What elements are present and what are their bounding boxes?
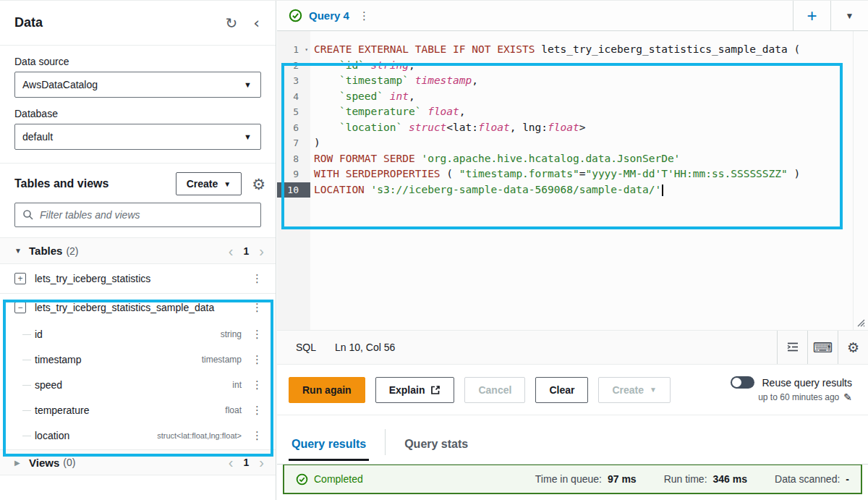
code-line[interactable]: `location` struct<lat:float, lng:float> [310, 120, 854, 136]
editor-scrollbar-track[interactable] [853, 31, 854, 330]
tab-query-results[interactable]: Query results [289, 438, 369, 461]
code-fold-icon[interactable]: ▾ [305, 42, 308, 58]
filter-input-box[interactable] [14, 203, 261, 227]
collapse-minus-icon[interactable]: − [14, 302, 26, 313]
code-line[interactable]: `temperature` float, [310, 104, 854, 120]
gutter-line-number[interactable]: 6 [277, 120, 310, 136]
source-selectors: Data source AwsDataCatalog ▼ Database de… [0, 46, 276, 163]
table-column-row[interactable]: speedint⋮ [0, 372, 276, 397]
code-line[interactable]: LOCATION 's3://iceberg-sample-data-56906… [310, 182, 854, 198]
code-line[interactable]: WITH SERDEPROPERTIES ( "timestamp.format… [310, 166, 854, 182]
create-query-button[interactable]: Create ▼ [598, 377, 671, 403]
page-prev-icon[interactable]: ‹ [229, 244, 234, 258]
column-type: string [221, 329, 242, 339]
code-line[interactable]: `id` string, [310, 58, 854, 74]
chevron-down-icon: ▼ [244, 80, 252, 89]
page-next-icon[interactable]: › [259, 244, 264, 258]
editor-settings-button[interactable]: ⚙ [838, 331, 868, 364]
gutter-line-number[interactable]: 10 [277, 182, 310, 198]
time-in-queue-value: 97 ms [608, 473, 637, 485]
sql-editor[interactable]: 1▾2345678910 CREATE EXTERNAL TABLE IF NO… [277, 31, 868, 330]
tables-count: (2) [66, 245, 78, 257]
kebab-menu-icon[interactable]: ⋮ [249, 429, 265, 442]
tables-group-row[interactable]: ▼ Tables (2) ‹ 1 › [0, 237, 276, 264]
tab-query-stats[interactable]: Query stats [401, 438, 471, 461]
kebab-menu-icon[interactable]: ⋮ [249, 404, 265, 417]
refresh-icon[interactable]: ↻ [225, 14, 237, 32]
code-line[interactable]: ) [310, 135, 854, 151]
code-line[interactable]: CREATE EXTERNAL TABLE IF NOT EXISTS lets… [310, 42, 854, 58]
data-panel: Data ↻ ‹ Data source AwsDataCatalog ▼ Da… [0, 1, 276, 500]
column-type: float [225, 405, 242, 415]
filter-tables-input[interactable] [40, 209, 253, 221]
code-line[interactable]: ROW FORMAT SERDE 'org.apache.hive.hcatal… [310, 151, 854, 167]
expand-plus-icon[interactable]: + [14, 273, 26, 284]
query-tab-label[interactable]: Query 4 [309, 9, 349, 22]
table-column-row[interactable]: temperaturefloat⋮ [0, 397, 276, 423]
format-query-icon [786, 342, 799, 353]
gear-icon[interactable]: ⚙ [252, 177, 265, 192]
database-select[interactable]: default ▼ [14, 124, 261, 150]
page-next-icon[interactable]: › [259, 455, 264, 470]
new-tab-button[interactable]: + [793, 1, 830, 30]
column-type: struct<lat:float,lng:float> [157, 431, 242, 440]
search-icon [22, 209, 34, 221]
gutter-line-number[interactable]: 2 [277, 58, 310, 74]
tables-and-views-title: Tables and views [14, 177, 109, 190]
plus-icon: + [807, 6, 817, 26]
data-source-value: AwsDataCatalog [22, 79, 98, 90]
table-row[interactable]: + lets_try_iceberg_statistics ⋮ [0, 264, 276, 294]
kebab-menu-icon[interactable]: ⋮ [249, 378, 265, 391]
query-tab[interactable]: Query 4 ⋮ [277, 1, 380, 30]
code-line[interactable]: `speed` int, [310, 89, 854, 105]
keyboard-shortcuts-button[interactable]: ⌨ [807, 331, 838, 364]
cancel-button[interactable]: Cancel [464, 377, 525, 403]
gutter-line-number[interactable]: 7 [277, 135, 310, 151]
table-columns-list: idstring⋮timestamptimestamp⋮speedint⋮tem… [0, 321, 276, 448]
views-group-row[interactable]: ▶ Views (0) ‹ 1 › [0, 449, 276, 475]
kebab-menu-icon[interactable]: ⋮ [249, 353, 265, 366]
gutter-line-number[interactable]: 4 [277, 89, 310, 105]
results-tabs-underline [277, 464, 868, 465]
kebab-menu-icon[interactable]: ⋮ [249, 328, 265, 341]
views-group-label: Views [29, 457, 59, 469]
expanded-table-block: − lets_try_iceberg_statistics_sample_dat… [0, 294, 276, 448]
query-actions-bar: Run again Explain Cancel Clear Create ▼ … [277, 365, 868, 415]
chevron-right-icon[interactable]: ▶ [14, 459, 29, 467]
run-again-button[interactable]: Run again [289, 377, 365, 403]
tab-list-button[interactable]: ▼ [830, 1, 868, 30]
clear-button[interactable]: Clear [535, 377, 588, 403]
table-column-row[interactable]: idstring⋮ [0, 321, 276, 347]
format-query-button[interactable] [777, 331, 807, 364]
database-label: Database [14, 108, 261, 119]
table-name[interactable]: lets_try_iceberg_statistics_sample_data [35, 302, 249, 313]
tab-kebab-icon[interactable]: ⋮ [356, 9, 373, 22]
chevron-down-icon[interactable]: ▼ [14, 247, 29, 255]
collapse-panel-icon[interactable]: ‹ [253, 15, 260, 31]
gutter-line-number[interactable]: 3 [277, 73, 310, 89]
table-column-row[interactable]: timestamptimestamp⋮ [0, 347, 276, 372]
editor-code-area[interactable]: CREATE EXTERNAL TABLE IF NOT EXISTS lets… [310, 31, 854, 330]
resize-grip-icon[interactable] [855, 317, 865, 327]
reuse-results-toggle[interactable] [731, 376, 754, 389]
gutter-line-number[interactable]: 1▾ [277, 42, 310, 58]
table-column-row[interactable]: locationstruct<lat:float,lng:float>⋮ [0, 423, 276, 448]
page-prev-icon[interactable]: ‹ [229, 455, 234, 470]
column-name: id [35, 329, 221, 340]
gutter-line-number[interactable]: 8 [277, 151, 310, 167]
data-source-select[interactable]: AwsDataCatalog ▼ [14, 72, 261, 98]
kebab-menu-icon[interactable]: ⋮ [249, 272, 265, 285]
gutter-line-number[interactable]: 9 [277, 166, 310, 182]
code-line[interactable]: `timestamp` timestamp, [310, 73, 854, 89]
explain-button[interactable]: Explain [375, 377, 455, 403]
chevron-down-icon: ▼ [846, 11, 854, 21]
gutter-line-number[interactable]: 5 [277, 104, 310, 120]
pencil-icon[interactable]: ✎ [843, 391, 852, 403]
run-time-label: Run time: [664, 473, 707, 485]
table-row-expanded[interactable]: − lets_try_iceberg_statistics_sample_dat… [0, 294, 276, 321]
table-name[interactable]: lets_try_iceberg_statistics [35, 273, 249, 284]
column-name: speed [35, 379, 232, 391]
kebab-menu-icon[interactable]: ⋮ [249, 301, 265, 314]
create-button[interactable]: Create ▼ [176, 172, 242, 195]
tab-divider [385, 429, 386, 455]
